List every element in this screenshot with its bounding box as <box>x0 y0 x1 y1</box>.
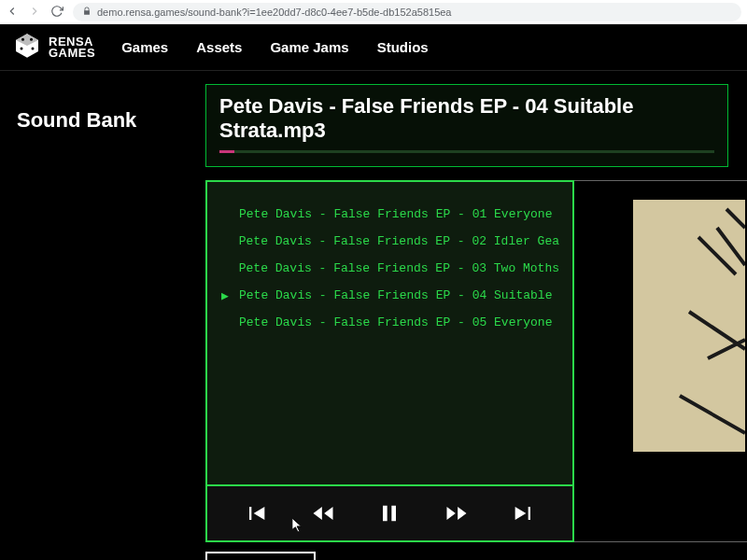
browser-address-bar: demo.rensa.games/sound-bank?i=1ee20dd7-d… <box>0 0 747 24</box>
reload-icon[interactable] <box>50 5 63 21</box>
track-row[interactable]: Pete Davis - False Friends EP - 01 Every… <box>220 201 559 228</box>
brand-text: RENSA GAMES <box>49 36 95 59</box>
sidebar: Sound Bank <box>0 71 205 560</box>
lock-icon <box>82 7 92 18</box>
track-label: Pete Davis - False Friends EP - 05 Every… <box>239 315 552 329</box>
select-tracks-button[interactable]: Select tracks <box>205 552 316 560</box>
svg-point-4 <box>21 47 23 49</box>
svg-rect-6 <box>633 200 745 452</box>
track-list: Pete Davis - False Friends EP - 01 Every… <box>205 180 574 486</box>
now-playing-panel: Pete Davis - False Friends EP - 04 Suita… <box>205 84 728 167</box>
track-label: Pete Davis - False Friends EP - 04 Suita… <box>239 288 552 302</box>
skip-prev-icon[interactable] <box>237 495 275 532</box>
album-art-panel <box>574 180 747 542</box>
track-label: Pete Davis - False Friends EP - 03 Two M… <box>239 261 559 275</box>
svg-point-5 <box>32 47 35 49</box>
url-field[interactable]: demo.rensa.games/sound-bank?i=1ee20dd7-d… <box>73 3 741 21</box>
url-text: demo.rensa.games/sound-bank?i=1ee20dd7-d… <box>97 7 452 18</box>
nav-game-jams[interactable]: Game Jams <box>270 39 348 55</box>
svg-point-2 <box>21 37 24 40</box>
forward-icon[interactable] <box>28 5 41 21</box>
top-nav: RENSA GAMES Games Assets Game Jams Studi… <box>0 24 747 71</box>
nav-assets[interactable]: Assets <box>196 39 242 55</box>
progress-fill <box>219 150 234 153</box>
player-controls <box>205 486 574 542</box>
page-title: Sound Bank <box>17 108 205 133</box>
album-art <box>633 200 745 452</box>
track-label: Pete Davis - False Friends EP - 02 Idler… <box>239 234 559 248</box>
progress-bar[interactable] <box>219 150 714 153</box>
track-label: Pete Davis - False Friends EP - 01 Every… <box>239 207 552 221</box>
nav-studios[interactable]: Studios <box>377 39 429 55</box>
track-row[interactable]: Pete Davis - False Friends EP - 03 Two M… <box>220 255 559 282</box>
play-marker-icon: ▶ <box>220 288 230 303</box>
track-row[interactable]: Pete Davis - False Friends EP - 05 Every… <box>220 309 559 336</box>
svg-point-3 <box>30 37 33 40</box>
back-icon[interactable] <box>6 5 19 21</box>
logo-cube-icon <box>13 32 41 63</box>
track-row[interactable]: ▶ Pete Davis - False Friends EP - 04 Sui… <box>220 282 559 309</box>
brand-logo[interactable]: RENSA GAMES <box>13 32 95 63</box>
fast-forward-icon[interactable] <box>438 495 475 532</box>
skip-next-icon[interactable] <box>505 495 543 532</box>
nav-games[interactable]: Games <box>121 39 168 55</box>
rewind-icon[interactable] <box>304 495 342 532</box>
track-row[interactable]: Pete Davis - False Friends EP - 02 Idler… <box>220 228 559 255</box>
pause-icon[interactable] <box>371 495 408 532</box>
now-playing-title: Pete Davis - False Friends EP - 04 Suita… <box>219 94 714 143</box>
